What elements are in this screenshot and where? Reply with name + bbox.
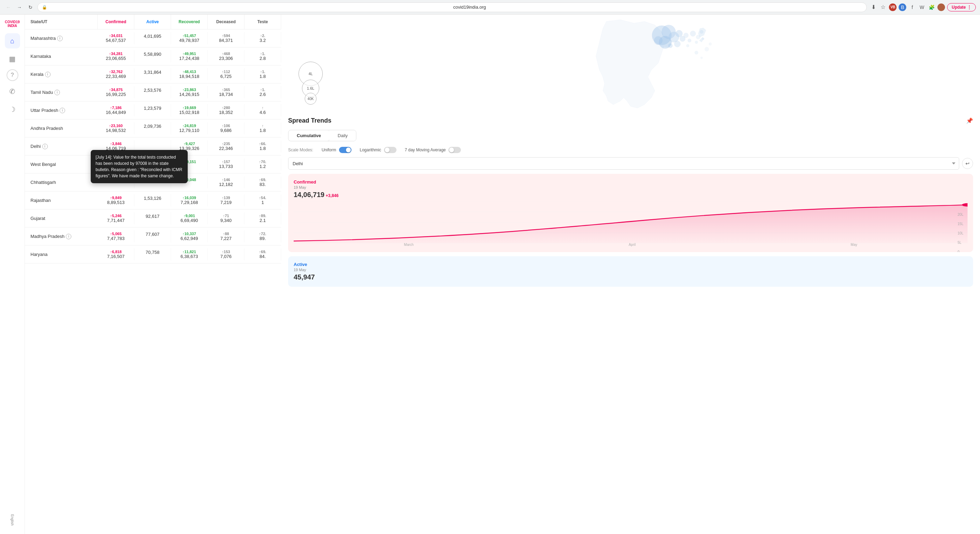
moving-average-toggle[interactable] xyxy=(449,147,461,153)
state-name: Maharashtra xyxy=(30,36,56,41)
tested-cell: ↑1. 1.8 xyxy=(245,68,281,80)
state-select[interactable]: Delhi Maharashtra Karnataka Kerala Tamil… xyxy=(288,157,959,170)
table-row: Karnataka ↑34,281 23,06,655 5,58,890 ↑49… xyxy=(25,48,281,65)
recovered-cell: ↑11,821 6,38,673 xyxy=(171,248,208,261)
sidebar-item-help[interactable]: ? xyxy=(6,69,18,81)
confirmed-y-labels: 20L 15L 10L 5L 0 xyxy=(958,213,963,252)
table-row: Gujarat ↑5,246 7,71,447 92,617 ↑9,001 6,… xyxy=(25,210,281,227)
state-name: Chhattisgarh xyxy=(30,180,56,185)
state-data-row[interactable]: Tamil Nadu i ↑34,875 16,99,225 2,53,576 … xyxy=(25,83,281,101)
state-reset-button[interactable]: ↩ xyxy=(962,158,973,169)
svg-point-20 xyxy=(700,57,703,59)
confirmed-delta: ↑23,160 xyxy=(100,124,131,128)
confirmed-cell: ↑7,186 16,44,849 xyxy=(98,104,134,116)
bookmark-icon[interactable]: ☆ xyxy=(879,3,887,11)
tested-total: 2.8 xyxy=(247,56,278,61)
info-icon[interactable]: i xyxy=(60,108,65,113)
back-button[interactable]: ← xyxy=(4,3,13,11)
state-data-row[interactable]: Haryana ↑6,818 7,16,507 70,758 ↑11,821 6… xyxy=(25,246,281,263)
state-data-row[interactable]: Kerala i ↑32,762 22,33,469 3,31,864 ↑48,… xyxy=(25,65,281,83)
scale-modes-label: Scale Modes: xyxy=(288,148,313,153)
state-data-row[interactable]: Rajasthan ↑9,849 8,89,513 1,53,126 ↑16,0… xyxy=(25,192,281,209)
pin-icon[interactable]: 📌 xyxy=(966,118,973,124)
recovered-total: 6,38,673 xyxy=(174,254,205,259)
state-data-row[interactable]: Madhya Pradesh i ↑5,065 7,47,783 77,607 … xyxy=(25,227,281,245)
active-cell: 2,53,576 xyxy=(134,86,171,99)
recovered-delta: ↑49,951 xyxy=(174,52,205,56)
confirmed-cell: ↑23,160 14,98,532 xyxy=(98,122,134,134)
scale-uniform-toggle[interactable] xyxy=(339,147,352,153)
forward-button[interactable]: → xyxy=(15,3,24,11)
right-panel: 4L 1.6L 40K Spread Trends 📌 Cumulative D… xyxy=(281,14,980,534)
confirmed-chart-value: 14,06,719 xyxy=(294,191,325,199)
confirmed-total: 7,47,783 xyxy=(100,236,131,241)
tested-delta: ↑1. xyxy=(247,70,278,74)
deceased-delta: ↑153 xyxy=(210,250,241,254)
url-bar[interactable]: 🔒 covid19india.org xyxy=(37,2,867,12)
profile-avatar[interactable] xyxy=(937,3,945,11)
scale-logarithmic-label: Logarithmic xyxy=(360,148,381,153)
trends-header: Spread Trends 📌 xyxy=(288,117,973,124)
header-tested: Teste xyxy=(245,14,281,29)
state-selector-row: Delhi Maharashtra Karnataka Kerala Tamil… xyxy=(288,157,973,170)
recovered-delta: ↑11,821 xyxy=(174,250,205,254)
deceased-delta: ↑235 xyxy=(210,141,241,146)
info-icon[interactable]: i xyxy=(66,234,72,239)
state-cell: Uttar Pradesh i xyxy=(25,104,98,116)
state-name: Karnataka xyxy=(30,54,51,59)
deceased-delta: ↑594 xyxy=(210,33,241,38)
state-cell: Kerala i xyxy=(25,68,98,80)
scale-uniform-label: Uniform xyxy=(322,148,336,153)
sidebar-item-phone[interactable]: ✆ xyxy=(5,84,20,99)
india-map-svg xyxy=(288,14,973,111)
tested-cell: ↑ 4.6 xyxy=(245,104,281,116)
table-row: Delhi i ↑3,846 14,06,719 ↑9,427 13,39,32… xyxy=(25,137,281,156)
ext-vb-icon[interactable]: VB xyxy=(889,3,897,11)
svg-point-5 xyxy=(676,30,682,37)
recovered-total: 15,02,918 xyxy=(174,110,205,115)
tested-delta: ↑54. xyxy=(247,195,278,200)
sidebar-item-theme[interactable]: ☽ xyxy=(5,102,20,117)
tab-cumulative[interactable]: Cumulative xyxy=(288,130,329,141)
reload-button[interactable]: ↻ xyxy=(26,3,35,11)
ext-puzzle-icon[interactable]: 🧩 xyxy=(928,3,935,11)
state-cell: Maharashtra i xyxy=(25,32,98,44)
active-cell: 92,617 xyxy=(134,212,171,224)
info-icon[interactable]: i xyxy=(57,36,63,41)
confirmed-cell: ↑9,849 8,89,513 xyxy=(98,194,134,207)
tab-daily[interactable]: Daily xyxy=(329,130,356,141)
browser-actions: ⬇ ☆ VB B f W 🧩 Update ⋮ xyxy=(870,3,976,11)
info-icon[interactable]: i xyxy=(42,144,48,149)
sidebar-item-home[interactable]: ⌂ xyxy=(5,33,20,48)
deceased-cell: ↑112 6,725 xyxy=(208,68,245,80)
update-button[interactable]: Update ⋮ xyxy=(947,3,976,11)
recovered-delta: ↑19,669 xyxy=(174,106,205,110)
state-data-row[interactable]: Gujarat ↑5,246 7,71,447 92,617 ↑9,001 6,… xyxy=(25,210,281,227)
deceased-delta: ↑146 xyxy=(210,178,241,182)
confirmed-cell: ↑5,065 7,47,783 xyxy=(98,230,134,242)
trends-title: Spread Trends xyxy=(288,117,331,124)
confirmed-total: 16,99,225 xyxy=(100,92,131,97)
state-data-row[interactable]: Uttar Pradesh i ↑7,186 16,44,849 1,23,57… xyxy=(25,102,281,119)
tested-delta: ↑89. xyxy=(247,214,278,218)
deceased-cell: ↑157 13,733 xyxy=(208,158,245,170)
state-data-row[interactable]: Karnataka ↑34,281 23,06,655 5,58,890 ↑49… xyxy=(25,48,281,65)
ext-b-icon[interactable]: B xyxy=(899,3,906,11)
header-active: Active xyxy=(134,14,171,29)
state-name: Rajasthan xyxy=(30,198,51,203)
download-icon[interactable]: ⬇ xyxy=(870,3,877,11)
scale-logarithmic-toggle[interactable] xyxy=(384,147,396,153)
state-data-row[interactable]: Andhra Pradesh ↑23,160 14,98,532 2,09,73… xyxy=(25,119,281,137)
confirmed-delta: ↑7,186 xyxy=(100,106,131,110)
stats-table: State/UT Confirmed Active Recovered Dece… xyxy=(25,14,281,534)
tested-delta: ↑69. xyxy=(247,178,278,182)
tested-cell: ↑54. 1 xyxy=(245,194,281,207)
state-data-row[interactable]: Maharashtra i ↑34,031 54,67,537 4,01,695… xyxy=(25,29,281,47)
ext-w-icon[interactable]: W xyxy=(918,3,926,11)
info-icon[interactable]: i xyxy=(45,72,51,77)
ext-f-icon[interactable]: f xyxy=(908,3,916,11)
tested-cell: ↑1. 2.6 xyxy=(245,86,281,99)
info-icon[interactable]: i xyxy=(54,90,60,95)
tested-total: 1.8 xyxy=(247,128,278,133)
sidebar-item-table[interactable]: ▦ xyxy=(5,51,20,67)
